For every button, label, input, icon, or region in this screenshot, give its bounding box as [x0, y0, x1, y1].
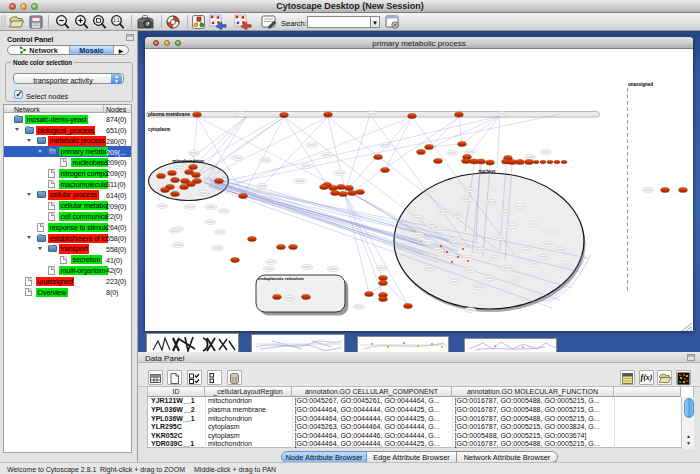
svg-text:cytoplasm: cytoplasm	[148, 127, 170, 132]
svg-text:nucleus: nucleus	[478, 169, 496, 174]
svg-text:plasma membrane: plasma membrane	[148, 112, 190, 117]
svg-text:mitochondrion: mitochondrion	[172, 159, 204, 164]
svg-text:1:1: 1:1	[113, 18, 120, 23]
svg-text:endoplasmic reticulum: endoplasmic reticulum	[258, 276, 304, 281]
svg-text:unassigned: unassigned	[628, 82, 653, 87]
